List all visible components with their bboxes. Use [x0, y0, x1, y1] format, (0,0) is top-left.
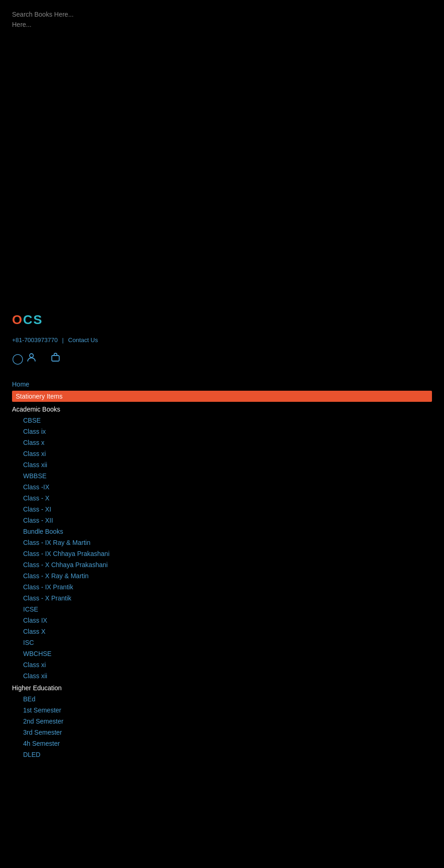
nav-wbbse-class-ix[interactable]: Class -IX: [12, 481, 432, 493]
logo-c: C: [23, 312, 33, 327]
nav-bundle-books[interactable]: Bundle Books: [12, 526, 432, 537]
nav-academic-books[interactable]: Academic Books: [12, 404, 432, 415]
nav-class-x[interactable]: Class x: [12, 437, 432, 448]
nav-wbbse-class-xii[interactable]: Class - XII: [12, 515, 432, 526]
nav-wbbse-class-x[interactable]: Class - X: [12, 493, 432, 504]
nav-class-ix[interactable]: Class ix: [12, 426, 432, 437]
nav-bed[interactable]: BEd: [12, 693, 432, 705]
contact-link[interactable]: Contact Us: [68, 337, 98, 343]
logo[interactable]: OCS: [12, 312, 432, 327]
bottom-area: OCS +81-7003973770 | Contact Us ◯ Home S…: [0, 303, 444, 769]
nav-icse-class-x[interactable]: Class X: [12, 626, 432, 637]
nav-class-x-prantik[interactable]: Class - X Prantik: [12, 593, 432, 604]
nav-menu: Home Stationery Items Academic Books CBS…: [12, 379, 432, 760]
nav-stationery[interactable]: Stationery Items: [12, 391, 432, 402]
nav-sem3[interactable]: 3rd Semester: [12, 727, 432, 738]
contact-separator: |: [62, 337, 63, 343]
nav-class-xii[interactable]: Class xii: [12, 459, 432, 470]
logo-o: O: [12, 312, 23, 327]
nav-class-x-chhaya[interactable]: Class - X Chhaya Prakashani: [12, 559, 432, 570]
search-area: Search Books Here... Here...: [0, 0, 444, 35]
logo-s: S: [33, 312, 43, 327]
nav-wbbse-class-xi[interactable]: Class - XI: [12, 504, 432, 515]
user-icon[interactable]: ◯: [12, 352, 37, 365]
nav-icse-class-ix[interactable]: Class IX: [12, 615, 432, 626]
search-text-line2: Here...: [12, 21, 31, 28]
nav-class-ix-chhaya[interactable]: Class - IX Chhaya Prakashani: [12, 548, 432, 559]
search-placeholder: Search Books Here... Here...: [12, 9, 432, 30]
nav-wbchse-class-xii[interactable]: Class xii: [12, 670, 432, 681]
nav-sem4[interactable]: 4h Semester: [12, 738, 432, 749]
nav-cbse[interactable]: CBSE: [12, 415, 432, 426]
nav-sem2[interactable]: 2nd Semester: [12, 716, 432, 727]
nav-higher-education[interactable]: Higher Education: [12, 682, 432, 693]
nav-class-xi[interactable]: Class xi: [12, 448, 432, 459]
search-text-line1: Search Books Here...: [12, 11, 74, 18]
main-content: [0, 35, 444, 303]
svg-point-0: [30, 354, 33, 357]
contact-line: +81-7003973770 | Contact Us: [12, 337, 432, 343]
nav-wbchse-class-xi[interactable]: Class xi: [12, 659, 432, 670]
phone-number[interactable]: +81-7003973770: [12, 337, 58, 343]
nav-class-ix-ray-martin[interactable]: Class - IX Ray & Martin: [12, 537, 432, 548]
icons-row: ◯: [12, 352, 432, 365]
nav-dled[interactable]: DLED: [12, 749, 432, 760]
nav-icse[interactable]: ICSE: [12, 604, 432, 615]
nav-sem1[interactable]: 1st Semester: [12, 705, 432, 716]
nav-class-x-ray-martin[interactable]: Class - X Ray & Martin: [12, 570, 432, 581]
nav-class-ix-prantik[interactable]: Class - IX Prantik: [12, 581, 432, 593]
bag-icon[interactable]: [50, 352, 61, 365]
nav-wbchse[interactable]: WBCHSE: [12, 648, 432, 659]
nav-home[interactable]: Home: [12, 379, 432, 390]
svg-rect-1: [52, 356, 59, 361]
nav-isc[interactable]: ISC: [12, 637, 432, 648]
nav-wbbse[interactable]: WBBSE: [12, 470, 432, 481]
